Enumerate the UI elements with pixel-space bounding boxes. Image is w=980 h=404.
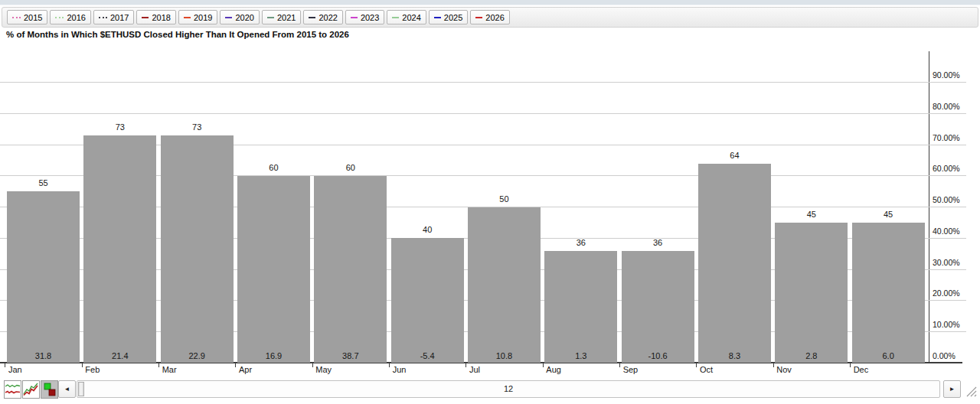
y-axis-tick-label: 80.00% xyxy=(933,102,971,111)
bar-change-label: 2.8 xyxy=(775,351,848,360)
bar xyxy=(544,251,617,363)
bar-value-label: 36 xyxy=(622,238,694,247)
bar-change-label: 8.3 xyxy=(698,351,771,360)
y-axis-tick-label: 20.00% xyxy=(933,288,971,298)
bar-change-label: 31.8 xyxy=(7,351,80,360)
y-axis-tick-label: 0.00% xyxy=(933,351,971,360)
chart-type-buttons xyxy=(4,380,58,399)
y-axis-tick-label: 10.00% xyxy=(933,320,971,329)
bar xyxy=(314,176,387,363)
month-boundary-tick xyxy=(389,363,390,367)
bar-change-label: 38.7 xyxy=(314,351,387,360)
month-boundary-tick xyxy=(850,363,851,367)
month-label: Mar xyxy=(162,365,177,374)
bar-chart-mode-icon[interactable] xyxy=(41,380,58,399)
month-label: Jun xyxy=(393,365,407,374)
month-boundary-tick xyxy=(696,363,697,367)
bar-value-label: 55 xyxy=(7,178,80,187)
y-axis-tick-label: 30.00% xyxy=(933,258,971,267)
bar-value-label: 64 xyxy=(698,151,771,160)
bar-change-label: 10.8 xyxy=(468,351,541,360)
month-boundary-tick xyxy=(619,363,620,367)
bar-value-label: 45 xyxy=(775,210,848,219)
month-label: May xyxy=(315,365,332,374)
bar-value-label: 40 xyxy=(391,225,464,234)
month-label: Feb xyxy=(85,365,100,374)
bar xyxy=(391,238,464,363)
seasonal-lines-chart-icon[interactable] xyxy=(4,380,21,399)
month-label: Jan xyxy=(8,365,22,374)
bar-change-label: 16.9 xyxy=(237,351,310,360)
month-boundary-tick xyxy=(543,363,544,367)
bar-change-label: -5.4 xyxy=(391,351,464,360)
month-label: Oct xyxy=(700,365,713,374)
scrollbar-track[interactable]: 12 xyxy=(77,380,940,398)
bar-chart: 0.00%10.00%20.00%30.00%40.00%50.00%60.00… xyxy=(0,0,980,404)
bar xyxy=(7,191,80,363)
scroll-left-button[interactable]: ◄ xyxy=(58,380,76,398)
bar xyxy=(83,135,156,363)
bar xyxy=(161,135,234,363)
month-label: Dec xyxy=(854,365,869,374)
app-window: 2015201620172018201920202021202220232024… xyxy=(0,0,980,404)
visible-bars-count: 12 xyxy=(77,384,939,393)
month-boundary-tick xyxy=(235,363,236,367)
resize-grip[interactable] xyxy=(964,386,978,398)
bar-change-label: 22.9 xyxy=(161,351,234,360)
y-axis-tick-label: 60.00% xyxy=(933,164,971,173)
cumulative-lines-chart-icon[interactable] xyxy=(22,380,40,399)
y-axis-tick-label: 90.00% xyxy=(933,70,971,80)
y-axis-tick-label: 70.00% xyxy=(933,133,971,142)
bar-change-label: 21.4 xyxy=(83,351,156,360)
bottom-control-bar: ◄ 12 ► xyxy=(0,378,980,404)
month-label: Jul xyxy=(469,365,480,374)
month-label: Nov xyxy=(776,365,792,374)
month-label: Apr xyxy=(239,365,252,374)
bar-value-label: 60 xyxy=(314,163,387,172)
scroll-right-button[interactable]: ► xyxy=(943,380,961,398)
bar xyxy=(852,223,925,363)
month-boundary-tick xyxy=(773,363,774,367)
grid-line xyxy=(0,113,966,114)
bar xyxy=(237,176,310,363)
bar-chart-mode-glyph xyxy=(41,382,57,397)
bar-value-label: 73 xyxy=(83,122,156,132)
month-boundary-tick xyxy=(82,363,83,367)
bar-change-label: -10.6 xyxy=(622,351,694,360)
bar-value-label: 45 xyxy=(852,210,925,219)
bar-value-label: 73 xyxy=(161,122,234,132)
cumulative-lines-glyph xyxy=(23,382,39,397)
bar-change-label: 6.0 xyxy=(852,351,925,360)
seasonal-lines-glyph xyxy=(5,382,21,397)
bar-value-label: 50 xyxy=(468,194,541,204)
bar xyxy=(775,223,848,363)
bar-value-label: 60 xyxy=(237,163,310,172)
month-boundary-tick xyxy=(312,363,313,367)
bar-value-label: 36 xyxy=(544,238,617,247)
y-axis-tick-label: 40.00% xyxy=(933,226,971,236)
bar xyxy=(698,164,771,363)
y-axis-tick-label: 50.00% xyxy=(933,195,971,204)
bar xyxy=(468,207,541,363)
month-boundary-tick xyxy=(466,363,466,367)
bar-change-label: 1.3 xyxy=(544,351,617,360)
left-arrow-icon: ◄ xyxy=(64,386,70,393)
month-boundary-tick xyxy=(158,363,159,367)
bar xyxy=(622,251,694,363)
month-label: Aug xyxy=(546,365,561,374)
month-boundary-tick xyxy=(5,363,5,367)
month-label: Sep xyxy=(623,365,639,374)
right-arrow-icon: ► xyxy=(949,386,956,393)
grid-line xyxy=(0,82,966,83)
